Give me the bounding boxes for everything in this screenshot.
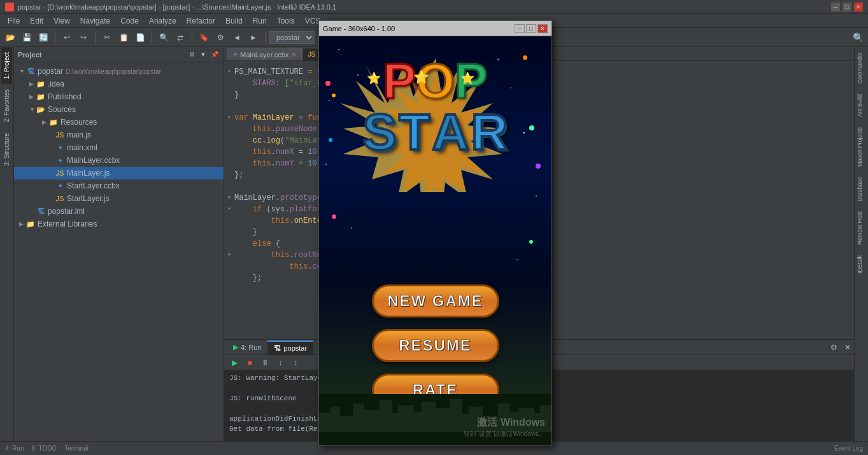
toolbar-sync[interactable]: 🔄 — [36, 30, 51, 45]
maximize-button[interactable]: □ — [843, 3, 851, 11]
menu-view[interactable]: View — [48, 15, 75, 27]
toolbar-paste[interactable]: 📄 — [132, 30, 148, 45]
vtab-commander[interactable]: Commander — [855, 47, 868, 89]
star-letter-a: A — [432, 104, 469, 160]
tree-item-mainlayer-ccbx[interactable]: ✦ MainLayer.ccbx — [14, 154, 224, 167]
toolbar-bookmark[interactable]: 🔖 — [196, 30, 211, 45]
tree-item-sources[interactable]: ▼ 📂 Sources — [14, 103, 224, 116]
run-step-btn[interactable]: ↓ — [274, 356, 287, 369]
game-window: Game - 360x640 - 1.00 ─ □ ✕ P — [318, 20, 552, 445]
vtab-maven[interactable]: Maven Projects — [855, 122, 868, 172]
tree-item-popstar-iml[interactable]: 🏗 popstar.iml — [14, 205, 224, 218]
menu-tools[interactable]: Tools — [272, 15, 300, 27]
tree-label-main-xml: main.xml — [67, 143, 97, 152]
project-gear[interactable]: ⚙ — [187, 50, 197, 60]
tree-item-main-xml[interactable]: ✦ main.xml — [14, 141, 224, 154]
toolbar-cut[interactable]: ✂ — [99, 30, 115, 45]
icon-mainlayer-js: JS — [55, 169, 65, 177]
run-stop-btn[interactable]: ■ — [243, 356, 256, 369]
tree-item-mainlayer-js[interactable]: JS MainLayer.js — [14, 167, 224, 179]
fold-17[interactable]: ▾ — [224, 249, 234, 261]
tree-item-startlayer-js[interactable]: JS StartLayer.js — [14, 192, 224, 205]
vtab-database[interactable]: Database — [855, 172, 868, 207]
minimize-button[interactable]: ─ — [831, 3, 840, 11]
tree-item-idea[interactable]: ▶ 📁 .idea — [14, 78, 224, 90]
toolbar-open[interactable]: 📂 — [3, 30, 18, 45]
fold-1[interactable]: ▾ — [224, 66, 234, 78]
run-output-close[interactable]: ✕ — [841, 341, 854, 354]
menu-analyze[interactable]: Analyze — [144, 15, 181, 27]
tree-label-startlayer-ccbx: StartLayer.ccbx — [67, 181, 120, 190]
status-event-log[interactable]: Event Log — [834, 445, 863, 452]
arrow-published: ▶ — [29, 94, 36, 100]
toolbar-sep5 — [265, 31, 266, 44]
resume-button[interactable]: RESUME — [372, 329, 499, 362]
icon-popstar-iml: 🏗 — [36, 207, 46, 215]
project-title: Project — [18, 51, 41, 59]
tree-item-resources[interactable]: ▶ 📁 Resources — [14, 116, 224, 129]
tree-label-idea: .idea — [48, 80, 64, 88]
menu-run[interactable]: Run — [248, 15, 272, 27]
toolbar-copy[interactable]: 📋 — [116, 30, 131, 45]
game-close-btn[interactable]: ✕ — [537, 24, 548, 33]
tree-item-ext-libs[interactable]: ▶ 📁 External Libraries — [14, 218, 224, 230]
game-canvas: P O P ⭐ ⭐ ⭐ S T A R NEW GAME RESUME — [319, 36, 551, 445]
toolbar-settings[interactable]: ⚙ — [213, 30, 228, 45]
menu-build[interactable]: Build — [220, 15, 248, 27]
toolbar-redo[interactable]: ↪ — [76, 30, 91, 45]
icon-main-xml: ✦ — [55, 144, 65, 152]
status-terminal-tab[interactable]: Terminal — [64, 445, 89, 452]
project-pin[interactable]: 📌 — [210, 50, 220, 60]
game-minimize-btn[interactable]: ─ — [515, 24, 525, 33]
menu-file[interactable]: File — [3, 15, 25, 27]
run-tab-icon: ▶ — [233, 343, 238, 351]
run-pause-btn[interactable]: ⏸ — [259, 356, 271, 369]
new-game-label: NEW GAME — [387, 292, 483, 310]
toolbar-prev[interactable]: ◄ — [229, 30, 245, 45]
toolbar-next[interactable]: ► — [246, 30, 261, 45]
run-config-dropdown[interactable]: popstar — [269, 31, 315, 44]
tree-item-published[interactable]: ▶ 📁 Published — [14, 90, 224, 103]
tree-label-mainlayer-js: MainLayer.js — [67, 169, 110, 178]
vtab-project[interactable]: 1: Project — [1, 47, 12, 84]
tree-item-popstar[interactable]: ▼ 🏗 popstar D:\work\makeapp\popstar\pops… — [14, 65, 224, 78]
global-search-button[interactable]: 🔍 — [850, 30, 865, 45]
bottom-tab-popstar[interactable]: 🏗 popstar — [267, 340, 313, 354]
tree-item-startlayer-ccbx[interactable]: ✦ StartLayer.ccbx — [14, 179, 224, 192]
menu-navigate[interactable]: Navigate — [75, 15, 115, 27]
status-run-tab[interactable]: 4: Run — [5, 445, 24, 452]
project-settings[interactable]: ▼ — [198, 50, 208, 60]
tab-close-ccbx[interactable]: ✕ — [291, 51, 296, 58]
star-icon-p2: ⭐ — [460, 71, 474, 85]
menu-refactor[interactable]: Refactor — [181, 15, 220, 27]
new-game-button[interactable]: NEW GAME — [372, 284, 499, 318]
fold-13[interactable]: ▾ — [224, 204, 234, 215]
tree-item-main-js[interactable]: JS main.js — [14, 129, 224, 141]
vtab-idetalk[interactable]: IDEtalk — [855, 250, 868, 279]
close-button[interactable]: ✕ — [854, 3, 863, 11]
toolbar-replace[interactable]: ⇄ — [173, 30, 188, 45]
star-14 — [516, 259, 518, 260]
menu-edit[interactable]: Edit — [25, 15, 48, 27]
game-restore-btn[interactable]: □ — [526, 24, 536, 33]
toolbar-find[interactable]: 🔍 — [156, 30, 171, 45]
left-sidebar: Project ⚙ ▼ 📌 ▼ 🏗 popstar D:\work\makeap… — [14, 47, 224, 441]
menu-code[interactable]: Code — [115, 15, 144, 27]
bottom-tab-run[interactable]: ▶ 4: Run — [227, 340, 267, 354]
star-7 — [325, 164, 327, 165]
run-output-settings[interactable]: ⚙ — [827, 341, 840, 354]
run-restart-btn[interactable]: ▶ — [228, 356, 241, 369]
vtab-ant[interactable]: Ant Build — [855, 89, 868, 122]
fold-12[interactable]: ▾ — [224, 192, 234, 204]
toolbar-undo[interactable]: ↩ — [59, 30, 75, 45]
fold-5[interactable]: ▾ — [224, 112, 234, 123]
run-scroll-btn[interactable]: ↕ — [289, 356, 302, 369]
status-todo-tab[interactable]: 6: TODO — [31, 445, 57, 452]
tab-mainlayer-ccbx[interactable]: ✦ MainLayer.ccbx ✕ — [227, 48, 302, 60]
vtab-favorites[interactable]: 2: Favorites — [1, 84, 12, 127]
toolbar-save-all[interactable]: 💾 — [19, 30, 34, 45]
activate-windows-text: 激活 Windows 转到"设置"以激活Windows。 — [464, 416, 545, 438]
sparkle-4 — [536, 164, 541, 169]
vtab-structure[interactable]: 3: Structure — [1, 128, 12, 171]
vtab-remote[interactable]: Remote Host — [855, 206, 868, 250]
